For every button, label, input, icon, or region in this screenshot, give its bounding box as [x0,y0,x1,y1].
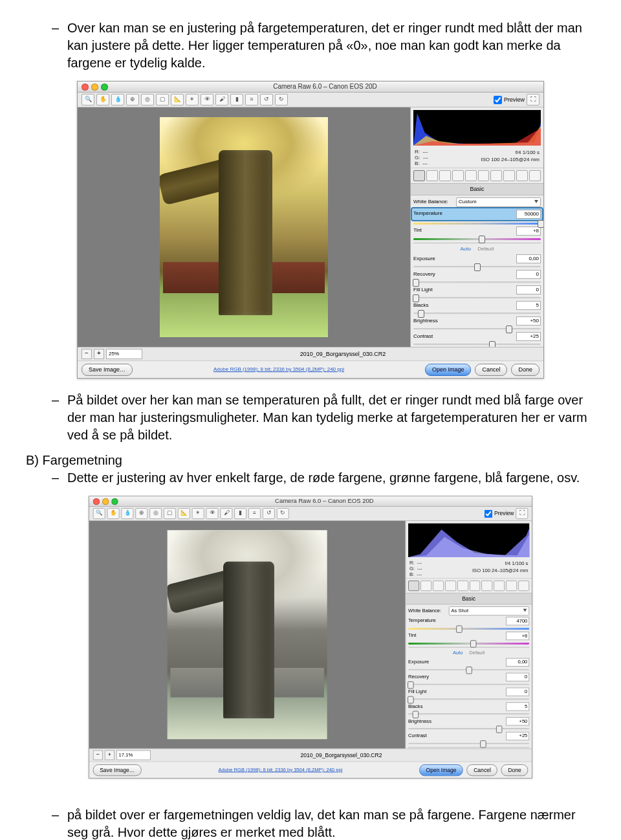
tab-detail[interactable] [439,170,451,181]
spot-tool-icon[interactable]: ✴ [192,508,204,519]
target-tool-icon[interactable]: ◎ [141,94,154,105]
brightness-value[interactable]: +50 [506,717,529,725]
tab-hsl[interactable] [445,580,456,591]
workflow-summary[interactable]: Adobe RGB (1998); 8 bit; 2336 by 3504 (8… [136,366,421,373]
zoom-out-button[interactable]: − [82,349,92,359]
brightness-slider[interactable] [413,327,541,331]
tab-basic[interactable] [413,170,425,181]
exposure-value[interactable]: 0,00 [516,254,541,263]
tab-snap[interactable] [529,170,541,181]
histogram[interactable] [408,524,529,557]
minimize-icon[interactable] [102,498,109,504]
straighten-tool-icon[interactable]: 📐 [178,508,190,519]
default-link[interactable]: Default [477,246,494,252]
zoom-tool-icon[interactable]: 🔍 [93,508,105,519]
open-image-button[interactable]: Open Image [425,364,472,376]
rotate-right-icon[interactable]: ↻ [275,94,288,105]
exposure-value[interactable]: 0,00 [506,658,529,667]
hand-tool-icon[interactable]: ✋ [96,94,109,105]
preview-toggle[interactable]: Preview [494,96,525,104]
zoom-tool-icon[interactable]: 🔍 [82,94,94,105]
tab-split[interactable] [457,580,468,591]
filllight-slider[interactable] [413,296,541,300]
tint-slider[interactable] [408,641,529,645]
wb-tool-icon[interactable]: 💧 [121,508,133,519]
recovery-value[interactable]: 0 [516,270,541,279]
tab-lens[interactable] [478,170,490,181]
brush-tool-icon[interactable]: 🖌 [220,508,232,519]
preview-checkbox[interactable] [485,509,492,517]
preview-toggle[interactable]: Preview [485,509,514,517]
rotate-left-icon[interactable]: ↺ [260,94,273,105]
tint-slider[interactable] [413,237,541,241]
brush-tool-icon[interactable]: 🖌 [215,94,228,105]
done-button[interactable]: Done [511,364,539,376]
prefs-tool-icon[interactable]: ≡ [245,94,258,105]
preview-canvas[interactable] [78,107,410,347]
fullscreen-icon[interactable]: ⛶ [516,508,528,519]
recovery-value[interactable]: 0 [506,673,529,681]
temperature-slider[interactable] [408,626,529,630]
default-link[interactable]: Default [469,650,485,656]
recovery-slider[interactable] [408,683,529,687]
tab-hsl[interactable] [452,170,464,181]
cancel-button[interactable]: Cancel [467,764,498,776]
tab-fx[interactable] [482,580,493,591]
target-tool-icon[interactable]: ◎ [149,508,162,519]
recovery-slider[interactable] [413,280,541,284]
wb-select[interactable]: As Shot [449,606,529,615]
wb-select[interactable]: Custom [456,197,541,207]
blacks-value[interactable]: 5 [506,703,529,711]
filllight-value[interactable]: 0 [506,688,529,696]
blacks-slider[interactable] [413,311,541,315]
zoom-in-button[interactable]: + [105,750,114,760]
tint-value[interactable]: +8 [516,227,541,236]
filllight-slider[interactable] [408,698,529,702]
tab-presets[interactable] [506,580,517,591]
tab-cal[interactable] [494,580,505,591]
straighten-tool-icon[interactable]: 📐 [171,94,184,105]
auto-link[interactable]: Auto [453,650,463,656]
contrast-value[interactable]: +25 [506,732,529,740]
done-button[interactable]: Done [501,764,528,776]
preview-canvas[interactable] [89,521,405,748]
blacks-value[interactable]: 5 [516,301,541,310]
prefs-tool-icon[interactable]: ≡ [248,508,261,519]
sampler-tool-icon[interactable]: ⊕ [126,94,139,105]
zoom-icon[interactable] [111,498,118,504]
hand-tool-icon[interactable]: ✋ [107,508,120,519]
zoom-in-button[interactable]: + [94,349,104,359]
spot-tool-icon[interactable]: ✴ [186,94,199,105]
redeye-tool-icon[interactable]: 👁 [206,508,219,519]
grad-tool-icon[interactable]: ▮ [234,508,246,519]
tab-split[interactable] [465,170,477,181]
brightness-value[interactable]: +50 [516,316,541,326]
exposure-slider[interactable] [413,265,541,269]
zoom-select[interactable]: 25% [106,349,142,359]
zoom-icon[interactable] [101,83,108,91]
crop-tool-icon[interactable]: ▢ [156,94,169,105]
tab-curve[interactable] [426,170,438,181]
sampler-tool-icon[interactable]: ⊕ [135,508,147,519]
close-icon[interactable] [82,83,89,91]
workflow-summary[interactable]: Adobe RGB (1998); 8 bit; 2336 by 3504 (8… [145,767,415,773]
tab-snap[interactable] [518,580,529,591]
contrast-value[interactable]: +25 [516,332,541,341]
crop-tool-icon[interactable]: ▢ [164,508,176,519]
brightness-slider[interactable] [408,727,529,731]
tab-detail[interactable] [433,580,444,591]
tab-basic[interactable] [408,580,419,591]
minimize-icon[interactable] [91,83,98,91]
close-icon[interactable] [93,498,100,504]
tab-fx[interactable] [490,170,502,181]
temperature-value[interactable]: 50000 [516,210,541,219]
preview-checkbox[interactable] [494,96,502,104]
grad-tool-icon[interactable]: ▮ [230,94,243,105]
redeye-tool-icon[interactable]: 👁 [201,94,213,105]
rotate-right-icon[interactable]: ↻ [277,508,289,519]
zoom-out-button[interactable]: − [93,750,103,760]
fullscreen-icon[interactable]: ⛶ [527,94,539,105]
auto-link[interactable]: Auto [460,246,470,252]
temperature-row[interactable]: Temperature 50000 [412,208,542,220]
cancel-button[interactable]: Cancel [475,364,507,376]
